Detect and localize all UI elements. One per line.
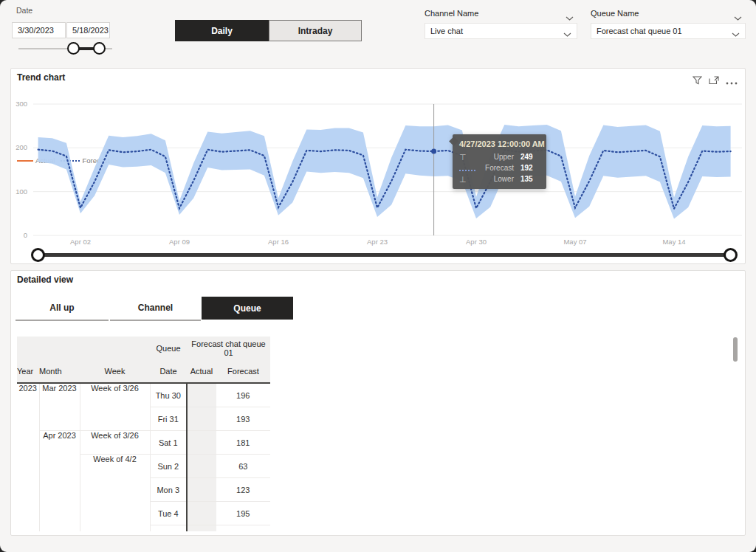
channel-select-value: Live chat: [430, 27, 463, 35]
date-slider-handle-start[interactable]: [67, 42, 80, 55]
y-axis-label: 200: [16, 143, 27, 151]
x-axis-label: May 07: [563, 238, 586, 246]
cell-forecast[interactable]: 181: [216, 431, 270, 455]
cell-actual[interactable]: [187, 383, 216, 407]
tooltip-row-value: 192: [520, 164, 540, 172]
chevron-down-icon: [732, 30, 740, 38]
tooltip-row-label: Lower: [477, 175, 514, 183]
cell-date[interactable]: Sun 2: [150, 455, 187, 478]
cell-actual[interactable]: [187, 431, 216, 455]
chart-zoom-handle-end[interactable]: [724, 248, 738, 262]
tooltip-title: 4/27/2023 12:00:00 AM: [459, 139, 540, 148]
tooltip-row-label: Upper: [477, 153, 514, 161]
chevron-down-icon[interactable]: [566, 10, 574, 24]
column-header-year[interactable]: Year: [17, 360, 39, 383]
date-filter-label: Date: [16, 6, 32, 15]
cell-forecast[interactable]: 123: [216, 478, 270, 502]
detailed-view-title: Detailed view: [17, 275, 73, 285]
cell-actual[interactable]: [187, 407, 216, 431]
detailed-view-card: Detailed view All up Channel Queue Queue…: [10, 270, 746, 536]
cell-forecast[interactable]: 195: [216, 502, 270, 525]
hovered-data-point: [431, 149, 436, 154]
tooltip-row: Forecast192: [459, 164, 540, 172]
tab-channel[interactable]: Channel: [110, 297, 201, 319]
y-axis-label: 100: [16, 187, 27, 196]
cell-date[interactable]: Sat 1: [150, 431, 187, 455]
cell-forecast[interactable]: 196: [216, 383, 270, 407]
upper-whisker-icon: ⊤: [459, 153, 477, 161]
x-axis-label: Apr 23: [367, 238, 388, 246]
cell-actual[interactable]: [187, 455, 216, 478]
x-axis-label: Apr 30: [466, 238, 487, 246]
x-axis-label: May 14: [662, 238, 685, 246]
detail-matrix-table: Queue Forecast chat queue 01 Year Month …: [17, 337, 270, 531]
table-scrollbar-thumb[interactable]: [733, 337, 738, 362]
cell-date[interactable]: Wed 5: [150, 525, 187, 532]
column-header-date[interactable]: Date: [150, 360, 187, 383]
table-row: 2023Mar 2023Week of 3/26Thu 30196: [17, 383, 270, 407]
x-axis-label: Apr 02: [70, 238, 91, 246]
column-header-month[interactable]: Month: [39, 360, 80, 383]
tooltip-row: ⊥Lower135: [459, 175, 540, 183]
group-header-queue: Queue: [150, 337, 187, 360]
column-header-week[interactable]: Week: [80, 360, 150, 383]
tooltip-row: ⊤Upper249: [459, 153, 540, 161]
daily-toggle-button[interactable]: Daily: [175, 20, 269, 41]
y-axis-label: 0: [24, 231, 27, 239]
group-header-queue-value: Forecast chat queue 01: [187, 337, 270, 360]
cell-week[interactable]: Week of 3/26: [80, 383, 150, 431]
confidence-band: [38, 125, 731, 219]
dashboard-screen: Date Daily Intraday Channel Name Live ch…: [0, 0, 756, 552]
chevron-down-icon[interactable]: [734, 10, 742, 24]
cell-actual[interactable]: [187, 478, 216, 502]
cell-forecast[interactable]: 198: [216, 525, 270, 532]
cell-actual[interactable]: [187, 525, 216, 532]
cell-month[interactable]: Apr 2023: [39, 431, 80, 532]
group-header-spacer: [17, 337, 150, 360]
cell-actual[interactable]: [187, 502, 216, 525]
cell-week[interactable]: Week of 3/26: [80, 431, 150, 455]
tooltip-row-label: Forecast: [477, 164, 514, 172]
cell-forecast[interactable]: 63: [216, 455, 270, 478]
chevron-down-icon: [563, 30, 571, 38]
date-slider-handle-end[interactable]: [93, 42, 106, 55]
cell-forecast[interactable]: 193: [216, 407, 270, 431]
tooltip-row-value: 135: [520, 175, 540, 183]
trend-chart-card: Trend chart Actual Forecast 0100200300Ap…: [10, 68, 746, 264]
trend-chart-plot[interactable]: 0100200300Apr 02Apr 09Apr 16Apr 23Apr 30…: [11, 69, 745, 263]
tab-queue[interactable]: Queue: [202, 297, 293, 320]
column-header-forecast[interactable]: Forecast: [216, 360, 270, 383]
tab-all-up[interactable]: All up: [16, 297, 109, 319]
channel-slicer-label: Channel Name: [425, 9, 478, 18]
y-axis-label: 300: [16, 100, 27, 108]
cell-date[interactable]: Tue 4: [150, 502, 187, 525]
chart-zoom-handle-start[interactable]: [31, 248, 45, 262]
queue-slicer-label: Queue Name: [591, 9, 639, 18]
table-row: Apr 2023Week of 3/26Sat 1181: [17, 431, 270, 455]
x-axis-label: Apr 09: [169, 238, 190, 246]
tooltip-row-value: 249: [520, 153, 540, 161]
cell-year[interactable]: 2023: [17, 383, 39, 531]
forecast-line-icon: [459, 165, 477, 172]
x-axis-label: Apr 16: [268, 238, 289, 246]
detail-table-container: Queue Forecast chat queue 01 Year Month …: [17, 337, 270, 531]
date-end-input[interactable]: [66, 22, 110, 38]
cell-week[interactable]: Week of 4/2: [80, 455, 150, 532]
intraday-toggle-button[interactable]: Intraday: [269, 20, 362, 41]
cell-date[interactable]: Thu 30: [150, 383, 187, 407]
tab-all-up-underline: [16, 320, 109, 321]
queue-select[interactable]: Forecast chat queue 01: [591, 23, 746, 39]
queue-select-value: Forecast chat queue 01: [597, 27, 682, 35]
column-header-actual[interactable]: Actual: [187, 360, 216, 383]
cell-date[interactable]: Mon 3: [150, 478, 187, 502]
chart-zoom-slider-track[interactable]: [38, 253, 730, 257]
channel-select[interactable]: Live chat: [425, 23, 577, 39]
tab-channel-underline: [110, 320, 201, 321]
cell-date[interactable]: Fri 31: [150, 407, 187, 431]
lower-whisker-icon: ⊥: [459, 176, 477, 183]
chart-tooltip: 4/27/2023 12:00:00 AM ⊤Upper249Forecast1…: [453, 134, 546, 189]
date-start-input[interactable]: [12, 22, 66, 38]
cell-month[interactable]: Mar 2023: [39, 383, 80, 431]
